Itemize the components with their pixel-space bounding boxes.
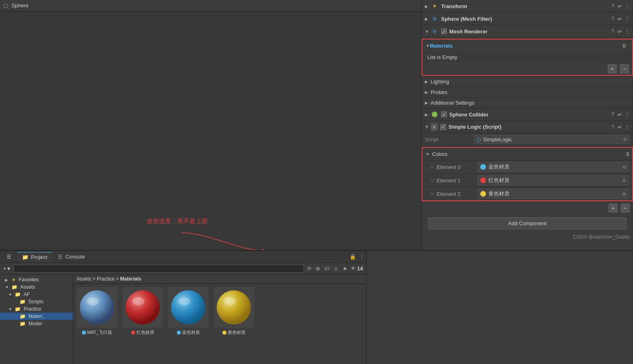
breadcrumb: Assets > Practice > Materials [73, 274, 366, 284]
tree-item-0[interactable]: ▶★Favorites [0, 276, 73, 283]
additional-settings-row[interactable]: ▶ Additional Settings [422, 98, 633, 108]
simple-logic-icon: # [431, 123, 438, 131]
tree-item-2[interactable]: ▼📁AF [0, 291, 73, 298]
probes-row[interactable]: ▶ Probes [422, 87, 633, 98]
asset-name-2: 蓝色材质 [182, 329, 200, 335]
asset-thumb-3 [213, 287, 254, 328]
materials-footer: + − [422, 63, 632, 75]
simple-logic-checkbox[interactable]: ✓ [440, 124, 446, 130]
warning-icon[interactable]: ⚠ [334, 265, 338, 272]
project-tab-label: Project [31, 254, 47, 260]
mat-name-0: 蓝色材质 [488, 163, 620, 171]
mesh-renderer-row[interactable]: ▼ ⊞ ✓ Mesh Renderer ? ⇌ ⋮ [422, 25, 633, 38]
mat-color-icon-0 [480, 164, 486, 170]
transform-settings-icon[interactable]: ⇌ [618, 3, 622, 9]
project-add-button[interactable]: + ▾ [3, 265, 10, 272]
lock-icon[interactable]: 🔒 [349, 254, 356, 260]
mesh-renderer-settings-icon[interactable]: ⇌ [618, 29, 622, 34]
star-icon-0: ★ [11, 277, 16, 283]
asset-item-1[interactable]: 红色材质 [122, 287, 163, 335]
tree-item-3[interactable]: 📁Scripts [0, 298, 73, 305]
colors-header[interactable]: ▼ Colors 3 [422, 148, 632, 160]
materials-add-button[interactable]: + [608, 64, 617, 73]
mesh-filter-settings-icon[interactable]: ⇌ [618, 16, 622, 22]
asset-label-0: MAT_飞行器 [82, 329, 112, 335]
asset-grid: Assets > Practice > Materials [73, 274, 366, 364]
mesh-filter-row[interactable]: ▶ ⊞ Sphere (Mesh Filter) ? ⇌ ⋮ [422, 13, 633, 25]
tree-item-1[interactable]: ▼📁Assets [0, 283, 73, 291]
transform-menu-icon[interactable]: ⋮ [625, 3, 630, 9]
asset-item-0[interactable]: MAT_飞行器 [77, 287, 117, 335]
element-value-0[interactable]: 蓝色材质 ⊙ [477, 162, 629, 172]
simple-logic-row[interactable]: ▼ # ✓ Simple Logic (Script) ? ⇌ ⋮ [422, 121, 633, 133]
simple-logic-menu-icon[interactable]: ⋮ [625, 124, 630, 130]
drag-handle-icon: ≡ [431, 164, 433, 170]
tag-icon[interactable]: 🏷 [324, 265, 330, 272]
sphere-collider-settings-icon[interactable]: ⇌ [618, 112, 622, 117]
transform-actions: ? ⇌ ⋮ [611, 3, 630, 9]
element-row-2: ≡ Element 2 黄色材质 ⊙ [422, 187, 632, 200]
search-input[interactable] [13, 265, 304, 273]
eye-count: 14 [357, 265, 363, 272]
probes-label: Probes [431, 89, 630, 95]
svg-point-2 [433, 113, 436, 116]
mesh-renderer-menu-icon[interactable]: ⋮ [625, 29, 630, 34]
asset-item-3[interactable]: 黄色材质 [213, 287, 254, 335]
console-tab[interactable]: ☰ Console [53, 252, 90, 261]
project-tab[interactable]: 📁 Project [17, 252, 52, 262]
sphere-collider-row[interactable]: ▶ ✓ Sphere Collider ? ⇌ ⋮ [422, 108, 633, 121]
tree-item-6[interactable]: 📁Model [0, 320, 73, 327]
sphere-collider-menu-icon[interactable]: ⋮ [625, 112, 630, 117]
folder-tree: ▶★Favorites▼📁Assets▼📁AF📁Scripts▼📁Practic… [0, 274, 73, 364]
simple-logic-actions: ? ⇌ ⋮ [611, 124, 630, 130]
mesh-filter-menu-icon[interactable]: ⋮ [625, 16, 630, 22]
transform-arrow-icon: ▶ [425, 4, 431, 9]
console-tab-label: Console [65, 254, 85, 260]
sphere-collider-help-icon[interactable]: ? [611, 112, 614, 117]
svg-point-7 [171, 290, 205, 325]
folder-icon-1: 📁 [11, 284, 18, 290]
svg-point-4 [87, 297, 99, 305]
mesh-renderer-help-icon[interactable]: ? [611, 29, 614, 34]
element-value-1[interactable]: 红色材质 ⊙ [477, 175, 629, 185]
element-label-1: Element 1 [437, 178, 477, 184]
folder-icon-5: 📁 [20, 314, 26, 319]
lighting-row[interactable]: ▶ Lighting [422, 77, 633, 87]
probes-arrow-icon: ▶ [425, 90, 428, 94]
tree-arrow-icon-4: ▼ [8, 307, 13, 311]
simple-logic-help-icon[interactable]: ? [611, 124, 614, 130]
tree-label-1: Assets [20, 284, 35, 290]
tab-menu-icon[interactable]: ☰ [2, 252, 16, 261]
mesh-filter-help-icon[interactable]: ? [611, 16, 614, 22]
simple-logic-settings-icon[interactable]: ⇌ [618, 124, 622, 130]
list-empty-text: List is Empty [422, 52, 632, 63]
tree-item-4[interactable]: ▼📁Practice [0, 305, 73, 313]
mesh-renderer-checkbox[interactable]: ✓ [441, 29, 447, 34]
transform-row[interactable]: ▶ ✦ Transform ? ⇌ ⋮ [422, 0, 633, 13]
breadcrumb-assets[interactable]: Assets [77, 276, 91, 282]
materials-header[interactable]: ▼ Materials 0 [422, 39, 632, 52]
panel-more-icon[interactable]: ⋮ [359, 254, 365, 260]
breadcrumb-materials[interactable]: Materials [120, 276, 141, 282]
sync-icon[interactable]: ⟳ [307, 265, 312, 272]
scene-header: ⬡ Sphere [0, 0, 421, 11]
colors-add-button[interactable]: + [609, 204, 618, 213]
asset-item-2[interactable]: 蓝色材质 [168, 287, 209, 335]
breadcrumb-practice[interactable]: Practice [97, 276, 114, 282]
asset-label-3: 黄色材质 [222, 329, 246, 335]
transform-help-icon[interactable]: ? [611, 3, 614, 9]
tree-arrow-icon-0: ▶ [5, 278, 10, 282]
colors-footer: + − [422, 202, 633, 214]
layers-icon[interactable]: ⊕ [316, 265, 320, 272]
colors-remove-button[interactable]: − [621, 204, 630, 213]
materials-remove-button[interactable]: − [620, 64, 629, 73]
element-value-2[interactable]: 黄色材质 ⊙ [477, 189, 629, 199]
eye-icon: 👁 [351, 265, 356, 272]
svg-point-6 [132, 297, 145, 305]
add-component-button[interactable]: Add Component [428, 217, 626, 229]
eye-badge: 👁 14 [351, 265, 363, 272]
sphere-collider-checkbox[interactable]: ✓ [441, 112, 447, 117]
star-icon[interactable]: ★ [343, 265, 347, 272]
script-value-field[interactable]: ⬡ SimpleLogic ⊙ [474, 135, 630, 144]
tree-item-5[interactable]: 📁Materi... [0, 313, 73, 320]
